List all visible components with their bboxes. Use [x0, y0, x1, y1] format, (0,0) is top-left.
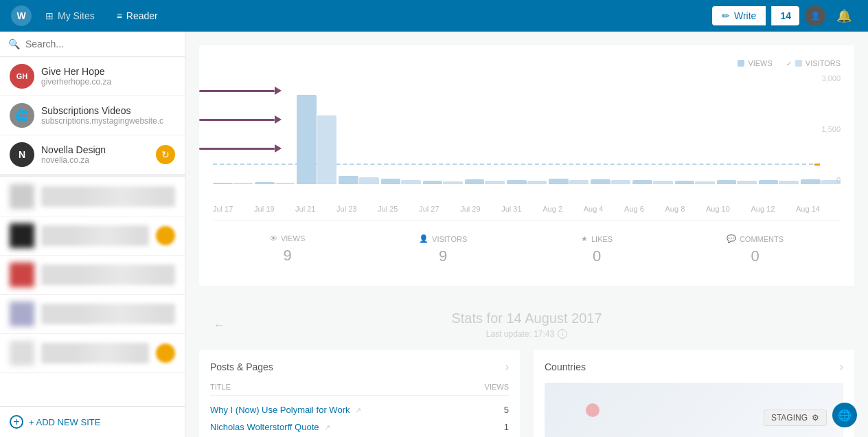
write-button[interactable]: ✏ Write — [712, 6, 766, 25]
top-navigation: W ⊞ My Sites ≡ Reader ✏ Write 14 👤 🔔 — [0, 0, 868, 32]
bar-visitors — [779, 181, 799, 184]
search-input[interactable] — [25, 38, 176, 49]
site-name: Give Her Hope — [41, 66, 175, 77]
avatar: 🌐 — [10, 103, 34, 128]
staging-badge[interactable]: STAGING ⚙ — [764, 410, 827, 426]
wordpress-logo[interactable]: W — [11, 5, 32, 26]
stats-summary: 👁 VIEWS 9 👤 VISITORS 9 ★ LIKES — [213, 220, 841, 272]
refresh-button[interactable]: ↻ — [156, 145, 175, 164]
legend-views: VIEWS — [738, 59, 772, 67]
sites-list: GH Give Her Hope giverherhope.co.za 🌐 Su… — [0, 57, 185, 406]
bar-group — [591, 179, 630, 184]
bar-group — [381, 179, 421, 184]
settings-icon: ⚙ — [812, 413, 819, 423]
stat-comments: 💬 COMMENTS 0 — [727, 234, 784, 265]
notifications-count[interactable]: 14 — [771, 6, 799, 25]
sidebar: 🔍 GH Give Her Hope giverherhope.co.za 🌐 … — [0, 32, 185, 437]
bar-views — [591, 179, 610, 184]
bar-visitors — [569, 180, 589, 184]
chart-bars — [213, 74, 841, 184]
site-item-novella[interactable]: N Novella Design novella.co.za ↻ — [0, 135, 185, 175]
site-url: giverherhope.co.za — [41, 77, 175, 87]
table-row: Nicholas Wolterstorff Quote ↗ 1 — [210, 418, 509, 436]
bar-views — [632, 180, 652, 184]
bar-visitors — [401, 180, 421, 184]
post-views: 5 — [504, 405, 509, 415]
posts-panel-arrow[interactable]: › — [505, 361, 509, 373]
bar-visitors — [527, 181, 547, 184]
main-content: VIEWS ✓ VISITORS — [185, 32, 868, 437]
stat-visitors: 👤 VISITORS 9 — [419, 234, 467, 265]
comments-value: 0 — [727, 247, 784, 265]
staging-label: STAGING — [771, 413, 808, 423]
main-layout: 🔍 GH Give Her Hope giverherhope.co.za 🌐 … — [0, 32, 868, 437]
bar-visitors — [443, 181, 463, 184]
bar-visitors — [485, 181, 505, 184]
posts-pages-panel: Posts & Pages › Title Views Why I (Now) … — [199, 350, 520, 437]
bell-icon[interactable]: 🔔 — [831, 8, 857, 23]
two-col-panels: Posts & Pages › Title Views Why I (Now) … — [199, 350, 854, 437]
stat-views: 👁 VIEWS 9 — [270, 234, 305, 265]
bar-views — [339, 176, 358, 184]
globe-button[interactable]: 🌐 — [832, 403, 857, 427]
reader-nav[interactable]: ≡ Reader — [108, 6, 166, 25]
table-header: Title Views — [210, 383, 509, 396]
views-color-dot — [738, 60, 744, 67]
star-icon: ★ — [581, 234, 588, 243]
bar-views — [759, 180, 779, 184]
legend-visitors: ✓ VISITORS — [786, 59, 841, 67]
user-avatar[interactable]: 👤 — [805, 5, 825, 26]
stat-likes: ★ LIKES 0 — [581, 234, 613, 265]
bar-visitors — [653, 181, 673, 184]
date-section: ← Stats for 14 August 2017 Last update: … — [199, 300, 854, 350]
bar-group — [465, 179, 505, 184]
bar-visitors — [695, 181, 715, 184]
date-back-button[interactable]: ← — [213, 317, 225, 332]
info-icon: i — [558, 329, 567, 339]
bar-views — [549, 179, 569, 184]
post-link[interactable]: Nicholas Wolterstorff Quote — [210, 422, 319, 432]
views-value: 9 — [270, 247, 305, 265]
blurred-site-item — [0, 334, 185, 373]
bar-group — [297, 95, 336, 184]
add-new-site-button[interactable]: + + ADD NEW SITE — [0, 406, 185, 437]
search-box: 🔍 — [0, 32, 185, 57]
stats-chart-area: VIEWS ✓ VISITORS — [199, 45, 854, 286]
globe-icon: 🌐 — [838, 409, 852, 422]
bar-group — [423, 181, 463, 184]
reader-icon: ≡ — [117, 10, 122, 21]
external-link-icon[interactable]: ↗ — [324, 423, 330, 432]
plus-icon: + — [10, 415, 23, 429]
site-url: novella.co.za — [41, 155, 149, 165]
bar-group — [675, 181, 715, 184]
chart-x-labels: Jul 17 Jul 19 Jul 21 Jul 23 Jul 25 Jul 2… — [213, 205, 841, 213]
bar-group — [549, 179, 589, 184]
bar-views — [213, 183, 233, 184]
blurred-site-item — [0, 295, 185, 334]
bar-views — [255, 182, 275, 184]
bar-group — [255, 182, 295, 184]
eye-icon: 👁 — [270, 234, 277, 243]
edit-icon: ✏ — [722, 10, 730, 21]
bar-views — [465, 179, 485, 184]
bar-group — [759, 180, 799, 184]
grid-icon: ⊞ — [45, 10, 54, 21]
my-sites-nav[interactable]: ⊞ My Sites — [37, 6, 103, 25]
bar-group — [507, 180, 547, 184]
posts-panel-title: Posts & Pages — [210, 361, 273, 372]
table-row: Why I (Now) Use Polymail for Work ↗ 5 — [210, 401, 509, 418]
blurred-site-item — [0, 216, 185, 256]
countries-panel-title: Countries — [545, 361, 586, 372]
external-link-icon[interactable]: ↗ — [355, 406, 361, 414]
search-icon: 🔍 — [8, 38, 20, 49]
bar-group — [213, 183, 253, 184]
avatar: GH — [10, 64, 34, 89]
site-item-subscriptions[interactable]: 🌐 Subscriptions Videos subscriptions.mys… — [0, 96, 185, 135]
site-item-give-her-hope[interactable]: GH Give Her Hope giverherhope.co.za — [0, 57, 185, 96]
blurred-site-item — [0, 256, 185, 295]
bar-group — [632, 180, 672, 184]
stats-chart: 3,000 1,500 0 — [213, 74, 841, 198]
post-link[interactable]: Why I (Now) Use Polymail for Work — [210, 405, 350, 415]
countries-panel-arrow[interactable]: › — [840, 361, 843, 373]
bar-visitors — [233, 183, 253, 184]
